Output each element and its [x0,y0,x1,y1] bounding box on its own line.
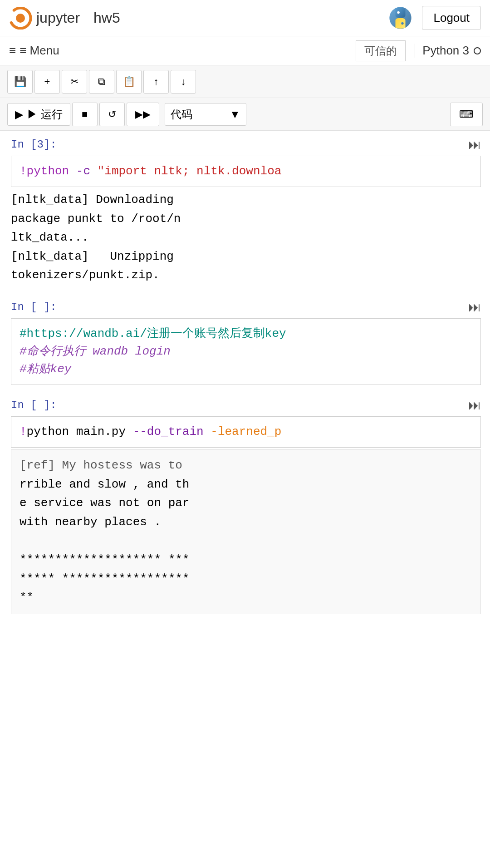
keyboard-icon: ⌨ [459,108,474,120]
toolbar-row2: ▶ ▶ 运行 ■ ↺ ▶▶ 代码 ▼ ⌨ [0,98,490,131]
cell3-flag1: --do_train [133,425,204,439]
cell-3-header: In [ ]: ⏭ [2,396,490,414]
menu-icon: ≡ [9,44,16,58]
jupyter-logo-icon [9,7,32,30]
comment-line-2: #命令行执行 wandb login [20,345,171,358]
partial-first-line: [ref] My hostess was to [20,459,182,472]
add-cell-button[interactable]: + [34,70,60,94]
run-icon: ▶ [15,108,23,121]
run-button[interactable]: ▶ ▶ 运行 [7,103,70,126]
svg-point-1 [16,14,25,23]
cell-type-dropdown[interactable]: 代码 ▼ [165,103,246,126]
cell-1-in-label: In [3]: [11,138,57,151]
restart-run-all-button[interactable]: ▶▶ [127,103,159,126]
code-flag-c: -c [76,164,90,178]
arrow-down-icon: ↓ [181,76,186,88]
partial-stars2: ***** ****************** [20,572,189,586]
stop-icon: ■ [82,108,88,120]
save-icon: 💾 [14,76,26,88]
kernel-info: Python 3 [415,44,481,58]
cell-1-code[interactable]: !python -c "import nltk; nltk.downloa [11,156,481,187]
cell-3-in-label: In [ ]: [11,399,57,411]
menu-button[interactable]: ≡ ≡ Menu [9,44,59,58]
trusted-badge: 可信的 [356,40,406,61]
menubar: ≡ ≡ Menu 可信的 Python 3 [0,36,490,65]
comment-line-1: #https://wandb.ai/注册一个账号然后复制key [20,327,286,340]
python-logo-icon [388,5,413,30]
restart-icon: ↺ [108,108,116,120]
jupyter-brand-text: jupyter [36,10,80,26]
partial-stars1: ******************** *** [20,553,189,567]
cell-3: In [ ]: ⏭ !python main.py --do_train -le… [0,391,490,621]
dropdown-arrow-icon: ▼ [230,108,240,121]
stop-button[interactable]: ■ [72,103,98,126]
header: jupyter hw5 Logout [0,0,490,36]
cell-1-header: In [3]: ⏭ [2,135,490,154]
notebook-title[interactable]: hw5 [93,10,388,26]
menu-label[interactable]: ≡ Menu [20,44,59,58]
move-down-button[interactable]: ↓ [171,70,196,94]
cut-icon: ✂ [70,76,78,88]
cell3-exclaim: ! [20,425,27,439]
cell-2-header: In [ ]: ⏭ [2,298,490,316]
kernel-status-circle [474,47,481,54]
cell3-python: python main.py [27,425,133,439]
code-string: "import nltk; nltk.downloa [98,164,282,178]
cut-button[interactable]: ✂ [62,70,87,94]
keyboard-shortcuts-button[interactable]: ⌨ [450,103,483,126]
cell-1-output: [nltk_data] Downloading package punkt to… [11,191,481,285]
cell-type-label: 代码 [171,107,192,122]
paste-icon: 📋 [123,76,135,88]
svg-point-4 [402,22,404,25]
cell-2: In [ ]: ⏭ #https://wandb.ai/注册一个账号然后复制ke… [0,293,490,391]
cell-2-code[interactable]: #https://wandb.ai/注册一个账号然后复制key #命令行执行 w… [11,318,481,385]
cell-2-in-label: In [ ]: [11,301,57,313]
cell-1-skip-icon[interactable]: ⏭ [468,137,481,152]
restart-button[interactable]: ↺ [99,103,125,126]
kernel-name: Python 3 [422,44,469,58]
cell-3-skip-icon[interactable]: ⏭ [468,398,481,413]
save-button[interactable]: 💾 [7,70,33,94]
jupyter-logo: jupyter [9,7,80,30]
partial-line2: rrible and slow , and th [20,478,189,491]
code-exclaim: ! [20,164,27,178]
copy-icon: ⧉ [98,76,105,88]
cell3-flag2: -learned_p [211,425,281,439]
arrow-up-icon: ↑ [154,76,159,88]
cell-3-partial-output: [ref] My hostess was to rrible and slow … [11,449,481,614]
move-up-button[interactable]: ↑ [143,70,169,94]
copy-button[interactable]: ⧉ [89,70,114,94]
run-label: ▶ 运行 [27,107,63,122]
partial-line4: with nearby places . [20,515,161,529]
toolbar-row1: 💾 + ✂ ⧉ 📋 ↑ ↓ [0,65,490,98]
comment-line-3: #粘贴key [20,362,71,376]
svg-point-3 [397,11,400,14]
partial-stars3: ** [20,591,34,604]
cell-2-skip-icon[interactable]: ⏭ [468,300,481,315]
cell-1: In [3]: ⏭ !python -c "import nltk; nltk.… [0,131,490,293]
plus-icon: + [44,76,50,88]
notebook-content: In [3]: ⏭ !python -c "import nltk; nltk.… [0,131,490,621]
paste-button[interactable]: 📋 [116,70,142,94]
code-python: python [27,164,69,178]
partial-line3: e service was not on par [20,496,189,510]
fast-forward-icon: ▶▶ [135,108,151,120]
cell-3-code[interactable]: !python main.py --do_train -learned_p [11,416,481,448]
logout-button[interactable]: Logout [422,6,481,30]
